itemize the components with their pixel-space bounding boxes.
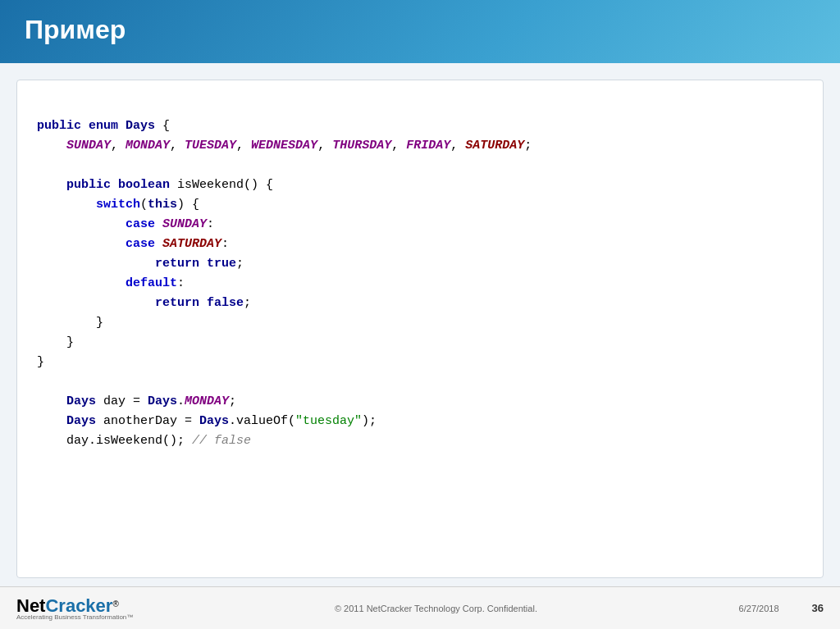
footer-copyright: © 2011 NetCracker Technology Corp. Confi… bbox=[335, 604, 537, 613]
logo: NetCracker® Accelerating Business Transf… bbox=[16, 595, 133, 621]
code-block: public enum Days { SUNDAY, MONDAY, TUESD… bbox=[37, 97, 803, 471]
logo-tagline: Accelerating Business Transformation™ bbox=[16, 613, 133, 621]
footer-date: 6/27/2018 bbox=[739, 604, 779, 613]
slide-header: Пример bbox=[0, 0, 840, 63]
slide-title: Пример bbox=[25, 15, 126, 44]
logo-reg: ® bbox=[112, 599, 118, 608]
footer: NetCracker® Accelerating Business Transf… bbox=[0, 586, 840, 629]
code-box: public enum Days { SUNDAY, MONDAY, TUESD… bbox=[16, 80, 824, 578]
footer-right: 6/27/2018 36 bbox=[739, 602, 824, 614]
main-content: public enum Days { SUNDAY, MONDAY, TUESD… bbox=[0, 63, 840, 586]
footer-page-number: 36 bbox=[812, 602, 824, 614]
